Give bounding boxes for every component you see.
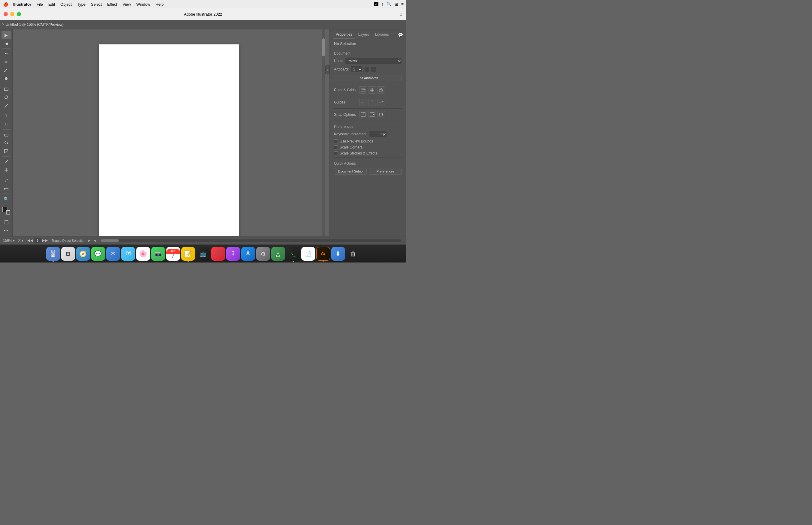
statusbar-scroll[interactable] xyxy=(101,239,401,242)
dock-trash[interactable]: 🗑 xyxy=(346,247,360,261)
home-icon[interactable]: ⌂ xyxy=(400,12,402,16)
apple-menu[interactable]: 🍎 xyxy=(2,1,9,7)
dock-northernpass[interactable]: △ xyxy=(271,247,285,261)
rectangle-tool-btn[interactable] xyxy=(1,85,11,93)
toggle-nav-left[interactable]: ◀ xyxy=(94,239,96,242)
dock-maps[interactable]: 🗺 xyxy=(121,247,135,261)
direct-selection-tool-btn[interactable]: ▶ xyxy=(1,40,11,47)
window-menu[interactable]: Window xyxy=(134,1,152,7)
file-menu[interactable]: File xyxy=(34,1,45,7)
dock-settings[interactable]: ⚙ xyxy=(256,247,270,261)
view-menu[interactable]: View xyxy=(120,1,133,7)
fill-stroke-stack[interactable] xyxy=(2,207,10,214)
artboard-prev-statusbar-btn[interactable]: ◀ xyxy=(30,239,33,242)
artboard-number-input[interactable] xyxy=(33,238,42,243)
brush-tool-btn[interactable] xyxy=(1,66,11,74)
eraser-tool-btn[interactable] xyxy=(1,131,11,139)
warp-tool-btn[interactable] xyxy=(1,158,11,166)
dock-music[interactable]: 🎵 xyxy=(211,247,225,261)
snap-icon-btn-1[interactable] xyxy=(359,111,367,118)
stroke-swatch[interactable] xyxy=(6,210,10,214)
guide-icon-btn-3[interactable] xyxy=(377,99,385,106)
guide-icon-btn-2[interactable] xyxy=(368,99,376,106)
chat-icon[interactable]: 💬 xyxy=(398,32,403,37)
dock-notes[interactable]: 📝 xyxy=(181,247,195,261)
measure-tool-btn[interactable] xyxy=(1,185,11,193)
dock-calendar[interactable]: APR 7 xyxy=(166,247,180,261)
scale-corners-checkbox[interactable] xyxy=(334,146,338,149)
dock-terminal[interactable]: $_ xyxy=(286,247,300,261)
tab-properties[interactable]: Properties xyxy=(333,31,355,39)
ruler-icon-btn[interactable] xyxy=(359,86,367,94)
dock-safari[interactable]: 🧭 xyxy=(76,247,90,261)
dock-facetime[interactable]: 📷 xyxy=(151,247,165,261)
selection-tool-btn[interactable]: ▶ xyxy=(1,31,11,39)
rotate-tool-btn[interactable] xyxy=(1,139,11,147)
units-select[interactable]: Points Pixels Inches Millimeters xyxy=(345,58,402,64)
tab-libraries[interactable]: Libraries xyxy=(372,31,392,39)
edit-menu[interactable]: Edit xyxy=(46,1,57,7)
controlcenter-icon[interactable]: ⊞ xyxy=(395,2,398,6)
scrollbar-thumb[interactable] xyxy=(322,39,325,56)
pen-tool-btn[interactable]: ✒ xyxy=(1,50,11,58)
line-tool-btn[interactable] xyxy=(1,102,11,109)
dock-illustrator[interactable]: Ai xyxy=(316,247,330,261)
dock-appletv[interactable]: 📺 xyxy=(196,247,210,261)
guide-icon-btn-1[interactable] xyxy=(359,99,367,106)
touch-type-tool-btn[interactable]: Tǀ xyxy=(1,120,11,128)
select-menu[interactable]: Select xyxy=(89,1,104,7)
search-icon[interactable]: 🔍 xyxy=(387,2,392,6)
ellipse-tool-btn[interactable] xyxy=(1,93,11,101)
dock-downloader[interactable]: ⬇ xyxy=(331,247,345,261)
canvas-scrollbar-vertical[interactable] xyxy=(322,29,325,236)
eyedropper-tool-btn[interactable] xyxy=(1,176,11,184)
zoom-dropdown-icon[interactable]: ▾ xyxy=(13,239,15,243)
tab-layers[interactable]: Layers xyxy=(355,31,372,39)
dock-appstore[interactable]: A xyxy=(241,247,255,261)
app-menu[interactable]: Illustrator xyxy=(11,1,34,7)
close-button[interactable] xyxy=(4,12,8,16)
toggle-arrow[interactable]: ▶ xyxy=(88,239,91,242)
artboard-next-statusbar-btn[interactable]: ▶ xyxy=(42,239,45,242)
artboard-prev-btn[interactable]: ‹ xyxy=(364,66,370,72)
dock-podcasts[interactable]: 🎙 xyxy=(226,247,240,261)
grid-icon-btn[interactable] xyxy=(368,86,376,94)
perspective-grid-icon-btn[interactable] xyxy=(377,86,385,94)
dock-messages[interactable]: 💬 xyxy=(91,247,105,261)
type-tool-btn[interactable]: T xyxy=(1,112,11,120)
maximize-button[interactable] xyxy=(17,12,21,16)
effect-menu[interactable]: Effect xyxy=(105,1,119,7)
scale-tool-btn[interactable] xyxy=(1,147,11,155)
width-tool-btn[interactable] xyxy=(1,166,11,174)
blob-brush-tool-btn[interactable] xyxy=(1,75,11,82)
snap-icon-btn-3[interactable] xyxy=(377,111,385,118)
artboard-first-btn[interactable]: |◀ xyxy=(26,239,30,242)
dock-launchpad[interactable]: ⊞ xyxy=(61,247,75,261)
dock-textedit[interactable]: 📄 xyxy=(301,247,315,261)
artboard-select[interactable]: 1 xyxy=(350,66,362,73)
tab-close-button[interactable]: ✕ xyxy=(2,22,4,26)
dock-photos[interactable]: 🌸 xyxy=(136,247,150,261)
edit-artboards-button[interactable]: Edit Artboards xyxy=(334,75,402,81)
document-setup-button[interactable]: Document Setup xyxy=(334,168,367,175)
dock-finder[interactable]: 🐰 xyxy=(46,247,60,261)
artboard-next-btn[interactable]: › xyxy=(371,66,376,72)
rotation-dropdown-icon[interactable]: ▾ xyxy=(21,239,24,243)
type-menu[interactable]: Type xyxy=(75,1,88,7)
panel-collapse-button[interactable]: ‹ xyxy=(325,65,330,74)
artboard-last-btn[interactable]: ▶| xyxy=(45,239,49,242)
use-preview-bounds-checkbox[interactable] xyxy=(334,139,338,144)
notification-icon[interactable]: ≡ xyxy=(401,2,404,6)
scale-strokes-checkbox[interactable] xyxy=(334,151,338,155)
help-menu[interactable]: Help xyxy=(153,1,166,7)
pencil-tool-btn[interactable]: ✏ xyxy=(1,58,11,66)
snap-icon-btn-2[interactable] xyxy=(368,111,376,118)
preferences-button[interactable]: Preferences xyxy=(369,168,402,175)
more-tools-btn[interactable]: ••• xyxy=(1,226,11,234)
object-menu[interactable]: Object xyxy=(58,1,74,7)
minimize-button[interactable] xyxy=(10,12,14,16)
artboard-tool-btn[interactable] xyxy=(1,219,11,226)
statusbar-scroll-thumb[interactable] xyxy=(101,239,119,242)
zoom-tool-btn[interactable]: 🔍 xyxy=(1,195,11,203)
keyboard-increment-input[interactable] xyxy=(369,131,387,137)
